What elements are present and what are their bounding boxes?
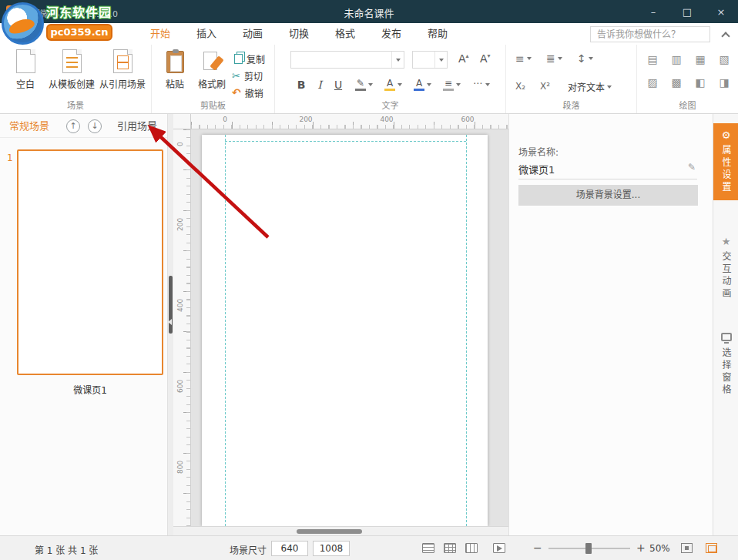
bullet-list-button[interactable]: ≡ xyxy=(515,52,532,65)
tab-insert[interactable]: 插入 xyxy=(183,23,230,45)
side-tab-properties[interactable]: ⚙ 属性设置 xyxy=(713,123,738,200)
create-from-template-button[interactable]: 从模板创建 xyxy=(46,49,97,90)
tab-normal-scenes[interactable]: 常规场景 xyxy=(9,114,49,138)
v-ruler-label: 0 xyxy=(176,138,184,150)
shrink-arrow-icon: ▾ xyxy=(488,52,491,59)
paste-button[interactable]: 粘贴 xyxy=(158,49,192,90)
arrange-tool-icon-3[interactable]: ▦ xyxy=(691,51,709,68)
move-scene-down-button[interactable]: ↓ xyxy=(88,119,102,133)
h-ruler-label: 400 xyxy=(380,116,393,123)
side-toolbar: ⚙ 属性设置 ★ 交互动画 选择窗格 xyxy=(713,114,738,535)
canvas-area[interactable] xyxy=(191,129,508,526)
watermark-logo-icon xyxy=(2,2,44,45)
zoom-percent: 50% xyxy=(649,543,670,554)
paste-label: 粘贴 xyxy=(158,77,192,90)
properties-panel: 场景名称: 微课页1 ✎ 场景背景设置... xyxy=(508,114,713,535)
view-grid-icon[interactable] xyxy=(444,543,456,553)
italic-button[interactable]: I xyxy=(312,79,327,91)
clipboard-group-label: 剪贴板 xyxy=(152,99,274,111)
scene-background-settings-button[interactable]: 场景背景设置... xyxy=(518,185,698,206)
edit-scene-name-icon[interactable]: ✎ xyxy=(688,162,696,173)
numbered-list-button[interactable]: ≣ xyxy=(546,52,562,65)
arrange-tool-icon-1[interactable]: ▤ xyxy=(643,51,662,68)
shrink-font-button[interactable]: A▾ xyxy=(480,52,491,65)
font-size-dropdown-icon[interactable] xyxy=(434,52,447,68)
highlight-icon: A xyxy=(384,79,395,91)
copy-label: 复制 xyxy=(247,52,265,65)
char-border-button[interactable]: ✎ xyxy=(355,79,373,91)
font-family-dropdown-icon[interactable] xyxy=(391,52,404,68)
tab-format[interactable]: 格式 xyxy=(322,23,368,45)
arrange-tool-icon-6[interactable]: ▩ xyxy=(667,74,686,91)
scene-height-input[interactable]: 1008 xyxy=(313,541,350,556)
slideshow-icon[interactable] xyxy=(493,543,505,553)
arrange-tool-icon-7[interactable]: ◧ xyxy=(691,74,709,91)
scene-page[interactable] xyxy=(202,135,488,526)
numbered-list-icon: ≣ xyxy=(546,52,555,65)
tab-animation[interactable]: 动画 xyxy=(230,23,276,45)
subscript-button[interactable]: X₂ xyxy=(515,80,525,92)
drawing-group-label: 绘图 xyxy=(637,99,738,111)
side-tab-interaction[interactable]: ★ 交互动画 xyxy=(713,236,738,300)
cut-button[interactable]: ✂ 剪切 xyxy=(232,69,263,82)
underline-button[interactable]: U xyxy=(330,79,346,91)
side-tab-selection[interactable]: 选择窗格 xyxy=(713,333,738,397)
zoom-slider-thumb[interactable] xyxy=(585,543,592,554)
tab-publish[interactable]: 发布 xyxy=(368,23,414,45)
font-color-button[interactable]: A xyxy=(414,79,431,91)
subscript-icon: X₂ xyxy=(515,80,525,92)
slide-thumbnail[interactable] xyxy=(17,149,163,375)
format-painter-button[interactable]: 格式刷 xyxy=(193,49,230,90)
panel-splitter[interactable] xyxy=(168,114,173,535)
align-text-button[interactable]: 对齐文本 xyxy=(568,80,612,93)
copy-button[interactable]: 复制 xyxy=(232,52,265,65)
arrange-tool-icon-8[interactable]: ◨ xyxy=(715,74,733,91)
close-button[interactable]: × xyxy=(704,0,738,23)
collapse-ribbon-icon[interactable] xyxy=(721,32,730,40)
fit-to-window-icon[interactable] xyxy=(681,543,693,553)
minimize-button[interactable]: – xyxy=(636,0,670,23)
tab-home[interactable]: 开始 xyxy=(137,23,183,45)
gear-icon: ⚙ xyxy=(722,129,731,141)
monitor-icon xyxy=(721,333,732,341)
scene-name-value[interactable]: 微课页1 xyxy=(518,162,555,176)
grow-font-button[interactable]: A▴ xyxy=(458,52,469,65)
horizontal-scrollbar[interactable] xyxy=(173,526,508,535)
h-ruler-label: 200 xyxy=(299,116,312,123)
bold-button[interactable]: B xyxy=(294,79,309,91)
from-reference-scene-label: 从引用场景 xyxy=(97,77,148,90)
blank-scene-button[interactable]: 空白 xyxy=(6,49,45,90)
side-tab-selection-label: 选择窗格 xyxy=(720,347,733,397)
arrange-tool-icon-4[interactable]: ▧ xyxy=(715,51,733,68)
arrange-tool-icon-5[interactable]: ▨ xyxy=(643,74,662,91)
grow-font-letter: A xyxy=(458,52,466,65)
arrange-tool-icon-2[interactable]: ▥ xyxy=(667,51,686,68)
font-size-select[interactable] xyxy=(412,51,448,69)
view-columns-icon[interactable] xyxy=(465,543,478,553)
superscript-button[interactable]: X² xyxy=(540,80,550,92)
from-reference-scene-button[interactable]: 从引用场景 xyxy=(97,49,148,90)
line-spacing-button[interactable]: ↕ xyxy=(577,52,593,65)
horizontal-scrollbar-thumb[interactable] xyxy=(297,529,362,534)
zoom-out-button[interactable]: − xyxy=(533,542,542,554)
font-family-select[interactable] xyxy=(290,51,404,69)
zoom-in-button[interactable]: + xyxy=(636,542,646,554)
reference-page-icon xyxy=(113,49,133,73)
undo-button[interactable]: ↶ 撤销 xyxy=(232,86,263,99)
tab-transition[interactable]: 切换 xyxy=(276,23,322,45)
bullet-list-icon: ≡ xyxy=(515,52,525,65)
move-scene-up-button[interactable]: ↑ xyxy=(66,119,80,133)
highlight-color-button[interactable]: A xyxy=(384,79,402,91)
view-normal-icon[interactable] xyxy=(422,543,434,553)
tell-me-search-input[interactable] xyxy=(590,26,710,42)
maximize-button[interactable]: □ xyxy=(670,0,704,23)
tab-reference-scenes[interactable]: 引用场景 xyxy=(117,114,157,138)
tab-help[interactable]: 帮助 xyxy=(414,23,461,45)
text-shading-button[interactable]: ≡ xyxy=(443,79,461,91)
fullscreen-icon[interactable] xyxy=(706,543,717,553)
more-text-effects-button[interactable]: ⋯ xyxy=(472,79,490,91)
scene-width-input[interactable]: 640 xyxy=(271,541,308,556)
scenes-panel: 常规场景 ↑ ↓ 引用场景 1 微课页1 xyxy=(0,114,168,535)
collapse-panel-icon[interactable] xyxy=(168,319,172,325)
vertical-ruler: 0 200 400 600 800 xyxy=(173,129,191,526)
